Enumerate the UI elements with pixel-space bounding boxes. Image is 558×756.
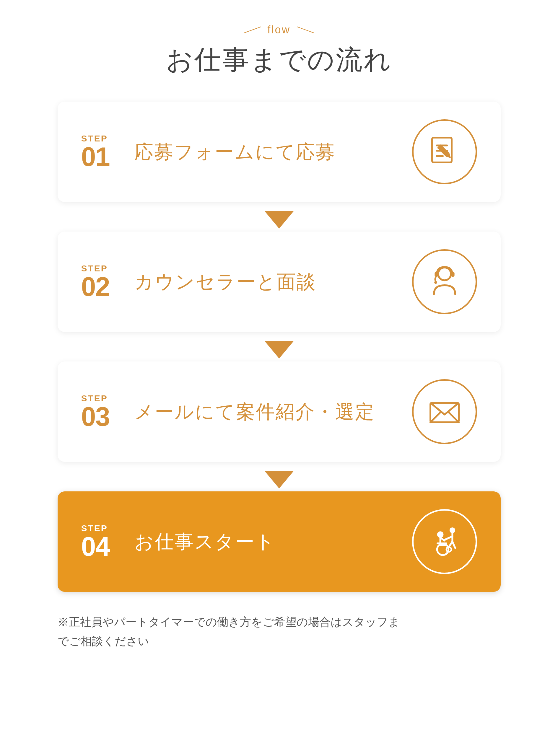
arrow-02-03 bbox=[264, 341, 294, 359]
step-text-03: メールにて案件紹介・選定 bbox=[134, 399, 375, 425]
step-left-01: STEP 01 応募フォームにて応募 bbox=[81, 133, 336, 170]
step-number-02: STEP 02 bbox=[81, 263, 117, 300]
step-num-04: 04 bbox=[81, 533, 110, 560]
svg-line-12 bbox=[430, 412, 440, 422]
header-section: flow お仕事までの流れ bbox=[166, 24, 392, 78]
mail-icon bbox=[412, 379, 477, 444]
page-container: flow お仕事までの流れ STEP 01 応募フォームにて応募 bbox=[43, 24, 515, 732]
step-text-01: 応募フォームにて応募 bbox=[134, 139, 336, 165]
step-card-02: STEP 02 カウンセラーと面談 bbox=[58, 232, 501, 332]
step-card-04: STEP 04 お仕事スタート bbox=[58, 491, 501, 592]
flow-text: flow bbox=[267, 24, 290, 36]
step-number-04: STEP 04 bbox=[81, 523, 117, 560]
work-start-svg bbox=[427, 524, 462, 559]
mail-svg bbox=[427, 394, 462, 429]
step-num-01: 01 bbox=[81, 144, 110, 170]
step-num-02: 02 bbox=[81, 273, 110, 300]
step-num-03: 03 bbox=[81, 403, 110, 430]
svg-point-19 bbox=[437, 531, 443, 538]
steps-container: STEP 01 応募フォームにて応募 bbox=[58, 102, 501, 598]
step-text-04: お仕事スタート bbox=[134, 529, 276, 555]
step-card-01: STEP 01 応募フォームにて応募 bbox=[58, 102, 501, 202]
step-left-04: STEP 04 お仕事スタート bbox=[81, 523, 276, 560]
step-number-01: STEP 01 bbox=[81, 133, 117, 170]
arrow-03-04 bbox=[264, 471, 294, 489]
arrow-01-02 bbox=[264, 211, 294, 229]
form-edit-icon bbox=[412, 119, 477, 184]
footnote: ※正社員やパートタイマーでの働き方をご希望の場合はスタッフまでご相談ください bbox=[58, 612, 501, 651]
svg-point-10 bbox=[434, 281, 437, 284]
svg-line-18 bbox=[452, 542, 455, 548]
page-title: お仕事までの流れ bbox=[166, 42, 392, 78]
step-left-02: STEP 02 カウンセラーと面談 bbox=[81, 263, 317, 300]
step-card-03: STEP 03 メールにて案件紹介・選定 bbox=[58, 362, 501, 462]
svg-point-7 bbox=[438, 267, 451, 280]
form-edit-svg bbox=[427, 134, 462, 170]
footnote-text: ※正社員やパートタイマーでの働き方をご希望の場合はスタッフまでご相談ください bbox=[58, 616, 400, 647]
work-start-icon bbox=[412, 509, 477, 574]
step-text-02: カウンセラーと面談 bbox=[134, 269, 317, 295]
svg-line-16 bbox=[445, 536, 452, 540]
flow-label: flow bbox=[166, 24, 392, 36]
svg-rect-9 bbox=[451, 272, 454, 277]
step-number-03: STEP 03 bbox=[81, 393, 117, 430]
counselor-icon bbox=[412, 249, 477, 314]
counselor-svg bbox=[427, 264, 462, 299]
step-left-03: STEP 03 メールにて案件紹介・選定 bbox=[81, 393, 375, 430]
svg-line-13 bbox=[449, 412, 459, 422]
